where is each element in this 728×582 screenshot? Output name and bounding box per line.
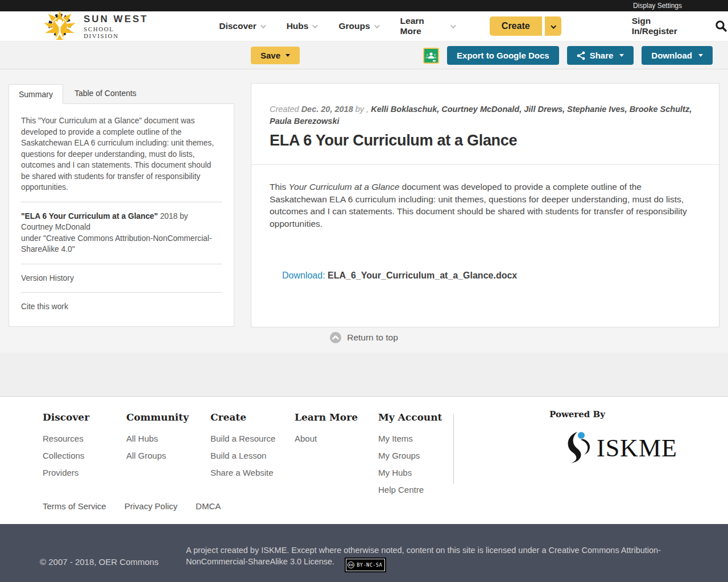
toolbar-right-group: Export to Google Docs Share Download — [423, 46, 713, 65]
chevron-down-icon — [312, 23, 318, 28]
footer-column-community: Community All Hubs All Groups — [126, 411, 189, 468]
create-dropdown-button[interactable] — [542, 16, 561, 36]
caret-down-icon — [286, 54, 290, 57]
nav-links: Discover Hubs Groups Learn More — [219, 16, 454, 36]
share-icon — [577, 51, 585, 60]
summary-text: This "Your Curriculum at a Glance" docum… — [21, 115, 222, 193]
caret-down-icon — [619, 54, 624, 57]
footer-link-resources[interactable]: Resources — [43, 434, 89, 443]
google-classroom-icon — [424, 49, 438, 63]
footer-vertical-divider — [453, 414, 454, 484]
footer-link-my-items[interactable]: My Items — [378, 434, 442, 443]
content-region: Summary Table of Contents This "Your Cur… — [0, 69, 728, 352]
site-footer: Discover Resources Collections Providers… — [0, 397, 728, 524]
privacy-policy-link[interactable]: Privacy Policy — [125, 501, 177, 511]
divider — [21, 292, 222, 293]
nav-item-learn-more[interactable]: Learn More — [400, 16, 454, 36]
dmca-link[interactable]: DMCA — [196, 501, 221, 511]
caret-down-icon — [698, 54, 703, 57]
attribution-text: "ELA 6 Your Curriculum at a Glance" 2018… — [21, 211, 222, 255]
save-button[interactable]: Save — [251, 47, 300, 64]
footer-column-create: Create Build a Resource Build a Lesson S… — [210, 411, 275, 485]
resource-main-panel: Created Dec. 20, 2018 by , Kelli Boklasc… — [251, 83, 719, 327]
legal-links: Terms of Service Privacy Policy DMCA — [43, 501, 221, 511]
copyright-text: © 2007 - 2018, OER Commons — [40, 557, 159, 567]
powered-by-label: Powered By — [549, 409, 605, 419]
license-text: A project created by ISKME. Except where… — [186, 544, 661, 572]
resource-sidebar: Summary Table of Contents This "Your Cur… — [9, 84, 234, 327]
logo-title: SUN WEST — [84, 14, 151, 25]
search-icon — [714, 19, 728, 33]
footer-link-collections[interactable]: Collections — [43, 451, 89, 460]
share-button[interactable]: Share — [567, 46, 634, 65]
create-button[interactable]: Create — [490, 16, 542, 36]
cc-icon: cc — [348, 562, 354, 568]
create-button-group: Create — [490, 16, 561, 36]
google-classroom-button[interactable] — [423, 48, 439, 64]
divider — [21, 202, 222, 202]
footer-link-build-lesson[interactable]: Build a Lesson — [210, 451, 275, 460]
return-to-top-button[interactable]: Return to top — [0, 332, 728, 343]
chevron-down-icon — [450, 23, 456, 28]
chevron-down-icon — [374, 23, 380, 28]
created-byline: Created Dec. 20, 2018 by , Kelli Boklasc… — [270, 103, 701, 127]
cite-this-work-link[interactable]: Cite this work — [21, 301, 68, 313]
footer-link-share-website[interactable]: Share a Website — [210, 468, 275, 477]
footer-link-my-hubs[interactable]: My Hubs — [378, 468, 442, 477]
tab-summary[interactable]: Summary — [9, 84, 63, 104]
sidebar-tabs: Summary Table of Contents — [9, 84, 234, 103]
footer-link-all-groups[interactable]: All Groups — [126, 451, 189, 460]
main-navbar: SUN WEST SCHOOL DIVISION Discover Hubs G… — [0, 11, 728, 41]
iskme-logo[interactable]: ISKME — [560, 430, 677, 466]
display-settings-link[interactable]: Display Settings — [633, 2, 682, 10]
download-filename[interactable]: ELA_6_Your_Curriculum_at_a_Glance.docx — [328, 271, 517, 280]
terms-of-service-link[interactable]: Terms of Service — [43, 501, 106, 511]
logo-subtitle: SCHOOL DIVISION — [84, 26, 151, 39]
resource-toolbar: Save Export to Google Docs — [0, 41, 728, 69]
footer-column-discover: Discover Resources Collections Providers — [43, 411, 89, 485]
chevron-down-icon — [551, 23, 556, 28]
chevron-up-circle-icon — [330, 332, 341, 343]
summary-panel: This "Your Curriculum at a Glance" docum… — [9, 103, 234, 327]
divider — [21, 264, 222, 264]
nav-item-groups[interactable]: Groups — [338, 21, 378, 31]
footer-link-about[interactable]: About — [295, 434, 358, 443]
footer-link-all-hubs[interactable]: All Hubs — [126, 434, 189, 443]
version-history-link[interactable]: Version History — [21, 273, 74, 284]
created-date: Dec. 20, 2018 — [301, 105, 353, 114]
page-title: ELA 6 Your Curriculum at a Glance — [270, 132, 701, 149]
download-row: Download: ELA_6_Your_Curriculum_at_a_Gla… — [282, 271, 701, 281]
export-google-docs-button[interactable]: Export to Google Docs — [447, 46, 559, 65]
iskme-logo-icon — [560, 430, 600, 466]
bottom-bar: © 2007 - 2018, OER Commons A project cre… — [0, 524, 728, 582]
cc-by-nc-sa-badge[interactable]: cc BY-NC-SA — [345, 558, 386, 572]
resource-header: Created Dec. 20, 2018 by , Kelli Boklasc… — [251, 84, 719, 149]
download-button[interactable]: Download — [642, 46, 713, 65]
chevron-down-icon — [260, 23, 266, 28]
download-link[interactable]: Download: — [282, 271, 325, 280]
tab-table-of-contents[interactable]: Table of Contents — [63, 84, 148, 103]
sign-in-register-link[interactable]: Sign In/Register — [632, 16, 698, 36]
footer-link-build-resource[interactable]: Build a Resource — [210, 434, 275, 443]
sunwest-logo[interactable]: SUN WEST SCHOOL DIVISION — [43, 10, 151, 42]
sunwest-logo-text: SUN WEST SCHOOL DIVISION — [84, 14, 151, 39]
top-utility-bar: Display Settings — [0, 0, 728, 11]
footer-link-providers[interactable]: Providers — [43, 468, 89, 477]
footer-link-my-groups[interactable]: My Groups — [378, 451, 442, 460]
footer-link-help-centre[interactable]: Help Centre — [378, 485, 442, 494]
footer-spacer-band — [0, 352, 728, 397]
footer-column-my-account: My Account My Items My Groups My Hubs He… — [378, 411, 442, 502]
nav-item-discover[interactable]: Discover — [219, 21, 264, 31]
search-button[interactable] — [714, 19, 728, 33]
footer-column-learn-more: Learn More About — [295, 411, 358, 451]
nav-item-hubs[interactable]: Hubs — [287, 21, 317, 31]
resource-description: This Your Curriculum at a Glance documen… — [251, 165, 719, 230]
sunwest-logo-icon — [43, 10, 78, 42]
